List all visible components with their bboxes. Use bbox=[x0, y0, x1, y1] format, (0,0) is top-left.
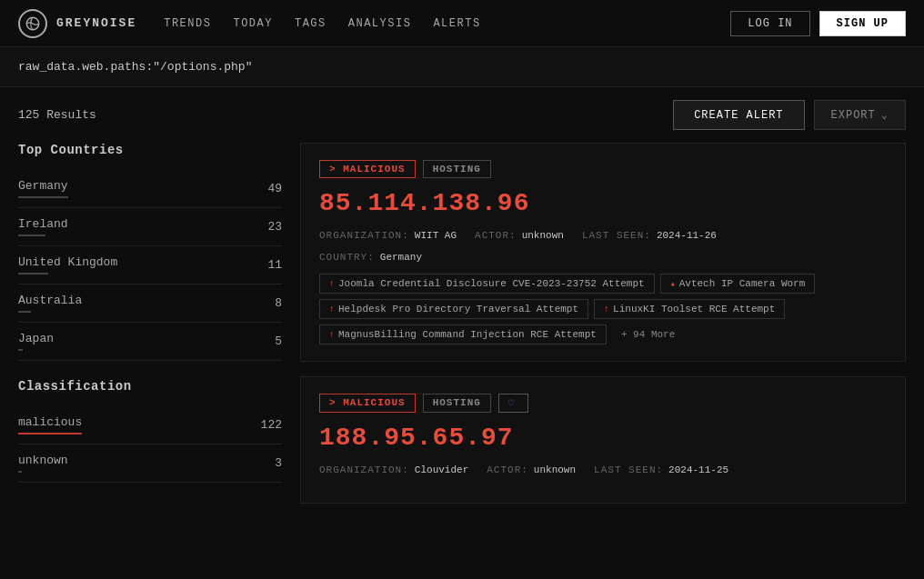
classification-count: 3 bbox=[275, 456, 282, 470]
brand-name: GREYNOISE bbox=[56, 16, 136, 30]
nav-tags[interactable]: TAGS bbox=[295, 17, 326, 30]
logo: GREYNOISE bbox=[18, 9, 136, 38]
malicious-bar bbox=[18, 433, 82, 434]
org-value: Clouvider bbox=[415, 464, 468, 475]
login-button[interactable]: LOG IN bbox=[730, 11, 809, 36]
search-bar bbox=[0, 47, 924, 87]
threat-tag-5[interactable]: ↑ MagnusBilling Command Injection RCE At… bbox=[319, 324, 607, 344]
signup-button[interactable]: SIGN UP bbox=[819, 11, 906, 36]
main-layout: Top Countries Germany 49 Ireland 23 Unit… bbox=[0, 143, 924, 504]
tag-malicious: MALICIOUS bbox=[319, 160, 416, 178]
meta-organization: ORGANIZATION: WIIT AG bbox=[319, 230, 457, 241]
threat-tag-3[interactable]: ↑ Helpdesk Pro Directory Traversal Attem… bbox=[319, 299, 588, 319]
last-seen-key: LAST SEEN: bbox=[594, 464, 663, 475]
actor-value: unknown bbox=[522, 230, 564, 241]
arrow-icon: ▴ bbox=[670, 278, 676, 289]
country-item-australia[interactable]: Australia 8 bbox=[18, 285, 282, 323]
unknown-bar bbox=[18, 471, 22, 473]
toolbar: 125 Results CREATE ALERT EXPORT ⌄ bbox=[0, 87, 924, 143]
tag-hosting: HOSTING bbox=[423, 394, 491, 413]
classification-malicious[interactable]: malicious 122 bbox=[18, 406, 282, 444]
top-countries-title: Top Countries bbox=[18, 143, 282, 157]
country-label: Germany bbox=[18, 179, 68, 193]
logo-icon bbox=[18, 9, 47, 38]
classification-title: Classification bbox=[18, 379, 282, 394]
meta-country: COUNTRY: Germany bbox=[319, 252, 422, 263]
org-key: ORGANIZATION: bbox=[319, 464, 409, 475]
result-card-1: MALICIOUS HOSTING 85.114.138.96 ORGANIZA… bbox=[300, 143, 906, 362]
meta-row: ORGANIZATION: Clouvider ACTOR: unknown L… bbox=[319, 464, 887, 475]
nav-actions: LOG IN SIGN UP bbox=[730, 11, 906, 36]
country-item-germany[interactable]: Germany 49 bbox=[18, 170, 282, 208]
nav-links: TRENDS TODAY TAGS ANALYSIS ALERTS bbox=[164, 17, 730, 30]
last-seen-value: 2024-11-26 bbox=[657, 230, 717, 241]
classification-label: unknown bbox=[18, 454, 68, 467]
meta-organization: ORGANIZATION: Clouvider bbox=[319, 464, 468, 475]
country-bar bbox=[18, 273, 48, 275]
threat-tag-4[interactable]: ↑ LinuxKI Toolset RCE Attempt bbox=[594, 299, 785, 319]
country-count: 23 bbox=[267, 220, 282, 234]
result-card-2: MALICIOUS HOSTING ♡ 188.95.65.97 ORGANIZ… bbox=[300, 376, 906, 504]
tags-row: MALICIOUS HOSTING ♡ bbox=[319, 394, 887, 413]
nav-analysis[interactable]: ANALYSIS bbox=[348, 17, 412, 30]
vpn-icon: ♡ bbox=[508, 397, 516, 409]
navigation: GREYNOISE TRENDS TODAY TAGS ANALYSIS ALE… bbox=[0, 0, 924, 47]
country-count: 8 bbox=[275, 296, 282, 310]
meta-last-seen: LAST SEEN: 2024-11-25 bbox=[594, 464, 728, 475]
last-seen-value: 2024-11-25 bbox=[668, 464, 728, 475]
create-alert-button[interactable]: CREATE ALERT bbox=[673, 100, 804, 130]
meta-row: ORGANIZATION: WIIT AG ACTOR: unknown LAS… bbox=[319, 230, 887, 241]
country-bar bbox=[18, 311, 31, 313]
country-label: Japan bbox=[18, 332, 54, 345]
actor-value: unknown bbox=[534, 464, 576, 475]
arrow-icon: ↑ bbox=[604, 304, 609, 314]
classification-section: Classification malicious 122 unknown 3 bbox=[18, 379, 282, 483]
last-seen-key: LAST SEEN: bbox=[582, 230, 651, 241]
country-item-japan[interactable]: Japan 5 bbox=[18, 323, 282, 361]
country-label: Australia bbox=[18, 294, 82, 307]
country-bar bbox=[18, 196, 68, 198]
arrow-icon: ↑ bbox=[329, 304, 335, 314]
nav-today[interactable]: TODAY bbox=[233, 17, 273, 30]
classification-label: malicious bbox=[18, 415, 82, 429]
tags-row: MALICIOUS HOSTING bbox=[319, 160, 887, 178]
country-count: 11 bbox=[267, 258, 282, 272]
country-item-uk[interactable]: United Kingdom 11 bbox=[18, 246, 282, 285]
meta-actor: ACTOR: unknown bbox=[487, 464, 576, 475]
ip-address[interactable]: 85.114.138.96 bbox=[319, 189, 887, 217]
nav-alerts[interactable]: ALERTS bbox=[433, 17, 480, 30]
country-label: United Kingdom bbox=[18, 255, 117, 269]
results-count: 125 Results bbox=[18, 108, 96, 122]
classification-unknown[interactable]: unknown 3 bbox=[18, 444, 282, 483]
tag-hosting: HOSTING bbox=[423, 160, 491, 178]
ip-address[interactable]: 188.95.65.97 bbox=[319, 424, 887, 452]
org-key: ORGANIZATION: bbox=[319, 230, 409, 241]
country-bar bbox=[18, 349, 23, 351]
threat-tag-1[interactable]: ↑ Joomla Credential Disclosure CVE-2023-… bbox=[319, 274, 655, 294]
threat-tag-2[interactable]: ▴ Avtech IP Camera Worm bbox=[660, 274, 816, 294]
tag-malicious: MALICIOUS bbox=[319, 394, 416, 413]
export-button[interactable]: EXPORT ⌄ bbox=[814, 100, 906, 130]
threat-tags: ↑ Joomla Credential Disclosure CVE-2023-… bbox=[319, 274, 887, 344]
country-count: 5 bbox=[275, 334, 282, 348]
classification-count: 122 bbox=[261, 418, 282, 432]
actor-key: ACTOR: bbox=[487, 464, 528, 475]
more-tag[interactable]: + 94 More bbox=[612, 324, 684, 344]
org-value: WIIT AG bbox=[415, 230, 457, 241]
nav-trends[interactable]: TRENDS bbox=[164, 17, 211, 30]
country-label: Ireland bbox=[18, 217, 68, 231]
toolbar-actions: CREATE ALERT EXPORT ⌄ bbox=[673, 100, 906, 130]
country-item-ireland[interactable]: Ireland 23 bbox=[18, 208, 282, 246]
tag-vpn: ♡ bbox=[498, 394, 529, 413]
arrow-icon: ↑ bbox=[329, 330, 335, 340]
country-bar bbox=[18, 235, 45, 236]
arrow-icon: ↑ bbox=[329, 279, 335, 289]
country-count: 49 bbox=[267, 182, 282, 195]
chevron-down-icon: ⌄ bbox=[881, 108, 889, 122]
country-value: Germany bbox=[380, 252, 422, 263]
results-list: MALICIOUS HOSTING 85.114.138.96 ORGANIZA… bbox=[300, 143, 906, 504]
search-input[interactable] bbox=[18, 60, 906, 74]
meta-last-seen: LAST SEEN: 2024-11-26 bbox=[582, 230, 717, 241]
sidebar: Top Countries Germany 49 Ireland 23 Unit… bbox=[18, 143, 300, 504]
actor-key: ACTOR: bbox=[475, 230, 517, 241]
